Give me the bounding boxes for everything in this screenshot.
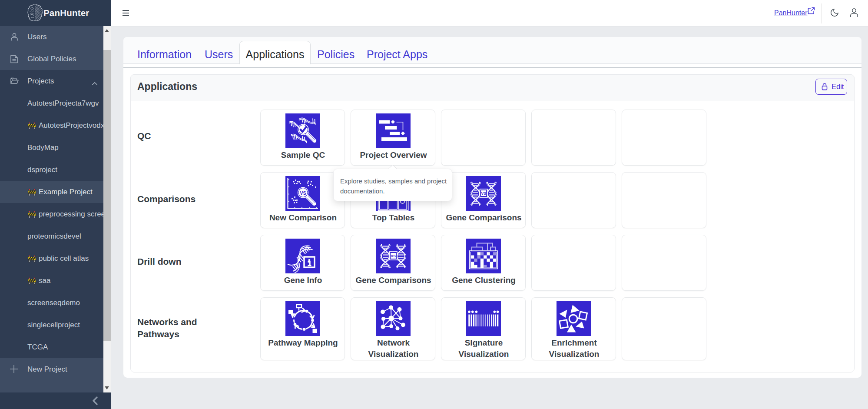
svg-text:VS: VS: [300, 190, 306, 196]
svg-text:VS: VS: [391, 254, 396, 258]
svg-text:VS: VS: [481, 191, 487, 196]
